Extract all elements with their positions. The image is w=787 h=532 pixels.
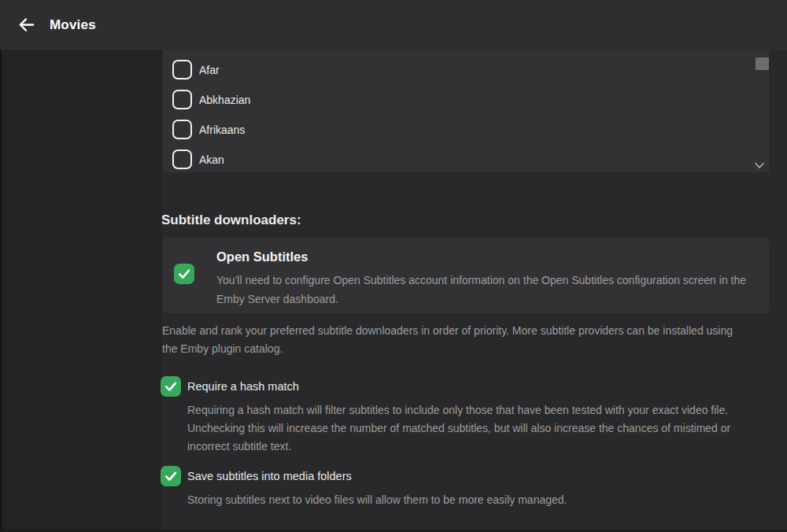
option-require-hash-match: Require a hash match Requiring a hash ma… (161, 376, 770, 456)
language-option[interactable]: Akan (163, 150, 224, 169)
checkbox-unchecked-icon[interactable] (172, 120, 192, 139)
option-description: Storing subtitles next to video files wi… (187, 491, 770, 509)
option-save-subtitles: Save subtitles into media folders Storin… (161, 466, 770, 509)
window-left-edge (0, 50, 2, 532)
checkbox-unchecked-icon[interactable] (172, 90, 192, 109)
page-title: Movies (50, 17, 96, 33)
language-option[interactable]: Afar (163, 60, 220, 79)
option-label: Require a hash match (187, 376, 770, 395)
language-label: Afar (199, 64, 220, 76)
chevron-down-icon[interactable] (753, 160, 766, 171)
language-option[interactable]: Abkhazian (163, 90, 250, 109)
language-option[interactable]: Afrikaans (163, 120, 245, 139)
page: { "header": { "title": "Movies" }, "lang… (0, 0, 787, 532)
app-header: Movies (0, 0, 787, 50)
check-icon (176, 266, 192, 282)
check-icon (163, 379, 179, 394)
language-label: Afrikaans (199, 124, 245, 136)
option-label: Save subtitles into media folders (187, 466, 770, 485)
subtitle-language-list: Afar Abkhazian Afrikaans Akan (163, 50, 769, 172)
check-icon (163, 468, 179, 484)
open-subtitles-checkbox[interactable] (174, 264, 194, 284)
checkbox-unchecked-icon[interactable] (172, 60, 192, 79)
checkbox-unchecked-icon[interactable] (172, 150, 192, 169)
require-hash-match-checkbox[interactable] (161, 376, 181, 397)
left-gutter (0, 50, 161, 532)
language-label: Akan (199, 153, 224, 166)
provider-description: You'll need to configure Open Subtitles … (216, 271, 748, 308)
back-button[interactable] (14, 13, 38, 37)
downloaders-help-text: Enable and rank your preferred subtitle … (162, 322, 751, 358)
section-heading: Subtitle downloaders: (161, 212, 301, 228)
provider-name: Open Subtitles (216, 249, 308, 264)
language-label: Abkhazian (199, 94, 250, 106)
option-description: Requiring a hash match will filter subti… (187, 401, 770, 456)
subtitle-downloader-card: Open Subtitles You'll need to configure … (163, 238, 769, 313)
save-subtitles-checkbox[interactable] (161, 466, 181, 486)
scrollbar-thumb[interactable] (756, 57, 769, 70)
arrow-left-icon (17, 16, 35, 34)
